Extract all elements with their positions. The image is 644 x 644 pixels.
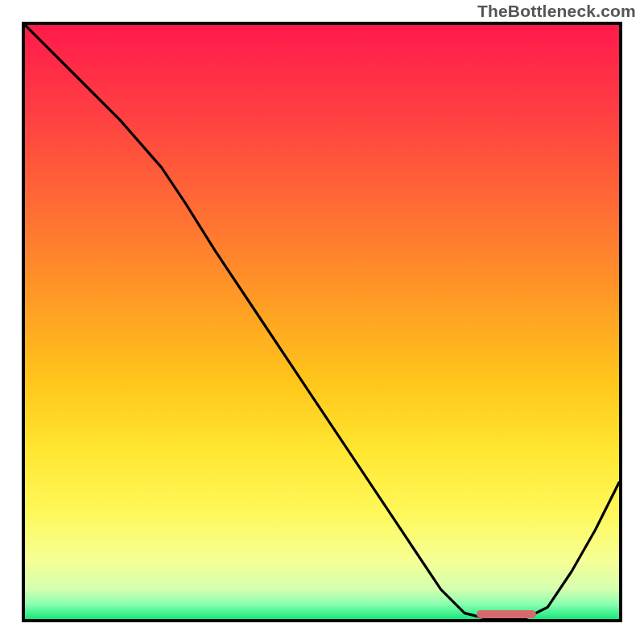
watermark-text: TheBottleneck.com	[477, 2, 636, 21]
chart-container: TheBottleneck.com	[0, 0, 644, 644]
plot-frame	[22, 22, 622, 622]
optimal-range-marker	[477, 610, 536, 618]
bottleneck-curve	[25, 25, 619, 619]
